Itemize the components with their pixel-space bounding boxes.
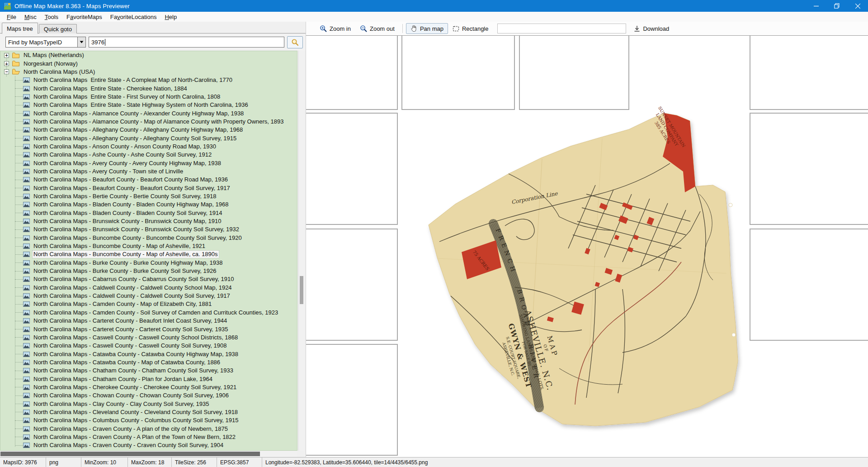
tree-item[interactable]: North Carolina Maps - Carteret County - … xyxy=(0,317,297,325)
tree-item[interactable]: North Carolina Maps - Caldwell County - … xyxy=(0,284,297,292)
menu-file[interactable]: File xyxy=(3,13,20,21)
tree-item[interactable]: North Carolina Maps - Brunswick County -… xyxy=(0,225,297,234)
tree-item[interactable]: North Carolina Maps - Burke County - Bur… xyxy=(0,259,297,267)
tree-item[interactable]: North Carolina Maps - Avery County - Ave… xyxy=(0,159,297,167)
close-button[interactable] xyxy=(847,0,868,12)
tree-vertical-scrollbar[interactable] xyxy=(298,51,304,451)
tree-item[interactable]: North Carolina Maps Entire State - First… xyxy=(0,93,297,101)
tree-horizontal-scrollbar[interactable] xyxy=(0,451,297,457)
tree-item[interactable]: North Carolina Maps - Brunswick County -… xyxy=(0,217,297,225)
tree-connector xyxy=(15,404,23,404)
toolbar-text-input[interactable] xyxy=(497,24,626,33)
map-item-icon xyxy=(23,194,30,199)
pan-map-button[interactable]: Pan map xyxy=(406,23,448,34)
tree-folder-row-open[interactable]: − North Carolina Maps (USA) xyxy=(0,68,297,76)
tree-item-selected[interactable]: North Carolina Maps - Buncombe County - … xyxy=(0,250,297,258)
tree-item[interactable]: North Carolina Maps - Anson County - Ans… xyxy=(0,143,297,151)
tree-item[interactable]: North Carolina Maps - Bladen County - Bl… xyxy=(0,200,297,209)
scrollbar-thumb[interactable] xyxy=(0,452,260,456)
menu-favoritelocations[interactable]: FavoriteLocations xyxy=(106,13,161,21)
maps-tree: + NL Maps (Netherlands) + Norgeskart (No… xyxy=(0,51,297,451)
punch-hole xyxy=(729,203,732,207)
tree-item[interactable]: North Carolina Maps - Catawba County - M… xyxy=(0,358,297,367)
map-item-icon xyxy=(23,235,30,241)
zoom-in-button[interactable]: Zoom in xyxy=(315,23,355,34)
tree-item[interactable]: North Carolina Maps - Alleghany County -… xyxy=(0,126,297,134)
tree-item[interactable]: North Carolina Maps - Bertie County - Be… xyxy=(0,192,297,200)
tree-item[interactable]: North Carolina Maps - Avery County - Tow… xyxy=(0,167,297,176)
tree-item[interactable]: North Carolina Maps - Camden County - Ma… xyxy=(0,300,297,308)
tree-item[interactable]: North Carolina Maps - Alamance County - … xyxy=(0,109,297,117)
tree-item[interactable]: North Carolina Maps - Craven County - A … xyxy=(0,424,297,433)
tree-expander[interactable]: + xyxy=(4,61,9,66)
tree-item[interactable]: North Carolina Maps - Craven County - A … xyxy=(0,433,297,441)
tree-item[interactable]: North Carolina Maps - Cleveland County -… xyxy=(0,408,297,416)
menu-help[interactable]: Help xyxy=(160,13,181,21)
tab-quick-goto[interactable]: Quick goto xyxy=(39,24,77,33)
download-icon xyxy=(634,25,640,32)
tree-connector xyxy=(15,113,23,114)
tree-expander[interactable]: + xyxy=(4,53,9,58)
search-button[interactable] xyxy=(287,36,303,48)
tab-maps-tree[interactable]: Maps tree xyxy=(2,23,38,34)
tree-item[interactable]: North Carolina Maps - Buncombe County - … xyxy=(0,234,297,242)
find-by-dropdown[interactable]: Find by MapsTypeID xyxy=(5,37,86,48)
search-input[interactable]: 3976 xyxy=(89,37,284,48)
tree-expander[interactable]: − xyxy=(4,69,9,74)
rectangle-button[interactable]: Rectangle xyxy=(448,24,493,34)
tree-item[interactable]: North Carolina Maps - Buncombe County - … xyxy=(0,242,297,250)
tree-item[interactable]: North Carolina Maps Entire State - Chero… xyxy=(0,84,297,92)
download-button[interactable]: Download xyxy=(630,24,673,33)
close-icon xyxy=(855,4,860,9)
map-item-icon xyxy=(23,293,30,299)
tree-item[interactable]: North Carolina Maps - Carteret County - … xyxy=(0,325,297,333)
tree-item[interactable]: North Carolina Maps - Burke County - Bur… xyxy=(0,267,297,275)
menu-misc[interactable]: Misc xyxy=(20,13,41,21)
tree-item[interactable]: North Carolina Maps - Camden County - So… xyxy=(0,309,297,317)
minimize-button[interactable] xyxy=(806,0,826,12)
tree-item[interactable]: North Carolina Maps - Beaufort County - … xyxy=(0,184,297,192)
map-item-icon xyxy=(23,385,30,390)
dropdown-arrow-button[interactable] xyxy=(77,37,85,47)
tree-folder-row[interactable]: + NL Maps (Netherlands) xyxy=(0,51,297,59)
tree-item[interactable]: North Carolina Maps - Columbus County - … xyxy=(0,416,297,424)
map-toolbar: Zoom in Zoom out Pan map xyxy=(306,22,868,35)
tree-item[interactable]: North Carolina Maps - Caswell County - C… xyxy=(0,334,297,342)
tree-item[interactable]: North Carolina Maps - Chatham County - C… xyxy=(0,367,297,375)
folder-icon xyxy=(12,52,20,58)
map-item-icon xyxy=(23,343,30,348)
tree-connector xyxy=(15,188,23,188)
tree-item[interactable]: North Carolina Maps - Chowan County - Ch… xyxy=(0,391,297,400)
tree-item[interactable]: North Carolina Maps - Bladen County - Bl… xyxy=(0,209,297,217)
tree-item[interactable]: North Carolina Maps - Caswell County - C… xyxy=(0,342,297,350)
rectangle-select-icon xyxy=(453,26,459,32)
menu-favoritemaps[interactable]: FavoriteMaps xyxy=(62,13,106,21)
tree-connector xyxy=(15,246,23,247)
tree-item[interactable]: North Carolina Maps - Chatham County - P… xyxy=(0,375,297,383)
tree-folder-row[interactable]: + Norgeskart (Norway) xyxy=(0,59,297,67)
tree-item[interactable]: North Carolina Maps - Cabarrus County - … xyxy=(0,275,297,283)
tree-item[interactable]: North Carolina Maps Entire State - A Com… xyxy=(0,76,297,84)
scrollbar-thumb[interactable] xyxy=(300,276,303,304)
map-view[interactable]: Corporation Line FRENCH BROAD RIVER SUNS… xyxy=(306,35,868,457)
tree-item[interactable]: North Carolina Maps - Clay County - Clay… xyxy=(0,400,297,408)
tree-item[interactable]: North Carolina Maps - Catawba County - C… xyxy=(0,350,297,358)
tree-item[interactable]: North Carolina Maps - Cherokee County - … xyxy=(0,383,297,391)
status-min-zoom: MinZoom: 10 xyxy=(81,457,128,467)
tree-connector xyxy=(15,205,23,205)
restore-button[interactable] xyxy=(826,0,847,12)
tree-item[interactable]: North Carolina Maps - Beaufort County - … xyxy=(0,176,297,184)
tree-connector xyxy=(15,88,23,89)
map-item-icon xyxy=(23,434,30,440)
tree-item[interactable]: North Carolina Maps Entire State - State… xyxy=(0,101,297,109)
map-item-icon xyxy=(23,77,30,83)
tree-connector xyxy=(15,105,23,105)
tree-item[interactable]: North Carolina Maps - Alamance County - … xyxy=(0,118,297,126)
tree-item[interactable]: North Carolina Maps - Alleghany County -… xyxy=(0,134,297,142)
menu-tools[interactable]: Tools xyxy=(41,13,62,21)
zoom-out-button[interactable]: Zoom out xyxy=(355,23,399,34)
tree-item[interactable]: North Carolina Maps - Ashe County - Ashe… xyxy=(0,151,297,159)
tree-item[interactable]: North Carolina Maps - Craven County - Cr… xyxy=(0,441,297,449)
tree-connector xyxy=(15,362,23,362)
tree-item[interactable]: North Carolina Maps - Caldwell County - … xyxy=(0,292,297,300)
